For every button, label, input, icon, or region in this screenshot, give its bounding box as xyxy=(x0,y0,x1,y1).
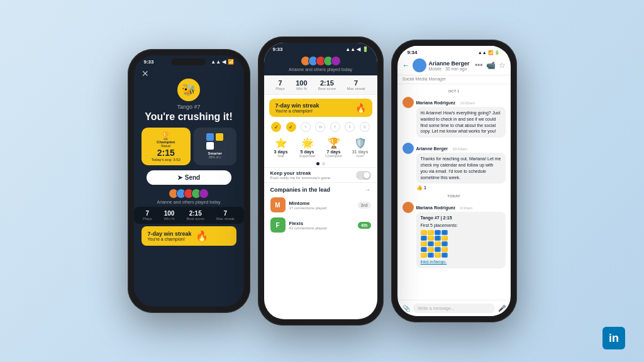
header-info: Arianne Berger Mobile · 30 min ago xyxy=(429,60,472,71)
p2-streak-title: 7-day win streak xyxy=(275,102,319,109)
block-2: 🟨 xyxy=(428,230,434,235)
tango-game-label: Tango #7 | 2:15 xyxy=(421,215,501,221)
p2-days-row: T W T F S xyxy=(264,121,377,134)
p2-stats-row: 7 Plays 100 Win % 2:15 Best score 7 Max … xyxy=(264,75,377,95)
arianne-name: Arianne Berger xyxy=(416,146,448,151)
p2-streak-sub: You're a champion! xyxy=(275,109,319,113)
p2-streak-val: 7 xyxy=(347,79,365,87)
p1-best-val: 2:15 xyxy=(187,210,204,217)
arianne-reaction: 👍 1 xyxy=(416,185,506,190)
phone-2-time: 9:33 xyxy=(273,47,283,52)
p2-win: 100 Win % xyxy=(296,79,307,90)
block-17: 🟨 xyxy=(421,253,427,258)
flexis-connections: 43 connections played xyxy=(289,226,355,230)
block-18: 🟦 xyxy=(428,253,434,258)
phone-3-screen: 9:34 ▲▲ 📶 🔋 ← Arianne Berger Mobile · 30… xyxy=(397,46,511,316)
p1-best-label: Best score xyxy=(187,217,204,221)
achieve-champion: 🏆 7 days Champion xyxy=(323,137,345,158)
mariana-tango-bubble: Tango #7 | 2:15 First 5 placements: 🟨 🟨 … xyxy=(416,212,506,268)
avatar-5 xyxy=(199,189,209,199)
mintome-name: Mintome xyxy=(289,200,354,206)
p2-fire-icon: 🔥 xyxy=(355,103,366,113)
p2-best: 2:15 Best score xyxy=(318,79,336,90)
crushing-headline: You're crushing it! xyxy=(134,111,244,123)
tile-blue xyxy=(206,133,214,141)
video-icon[interactable]: 📹 xyxy=(486,61,496,70)
attach-icon[interactable]: 📎 xyxy=(402,305,410,312)
block-7: 🟦 xyxy=(435,236,441,241)
contact-title: Social Media Manager xyxy=(397,75,511,84)
row-3: 🟨 🟦 🟨 🟦 xyxy=(421,241,501,246)
dot-1 xyxy=(316,162,319,165)
p1-plays-label: Plays xyxy=(143,217,152,221)
star-icon-header[interactable]: ☆ xyxy=(499,61,506,70)
block-11: 🟨 xyxy=(435,241,441,246)
phone-1-island xyxy=(172,58,206,65)
toggle-switch[interactable] xyxy=(356,171,371,180)
tile-white xyxy=(206,142,214,150)
p2-streak-stat: 7 Max streak xyxy=(347,79,365,90)
send-label: Send xyxy=(185,174,200,181)
block-10: 🟦 xyxy=(428,241,434,246)
company-row-flexis[interactable]: F Flexis 43 connections played 4th xyxy=(264,215,377,235)
cards-row: 🏆 Champion Status! 2:15 Today's avg: 3:5… xyxy=(134,128,244,165)
phone-3-signal: ▲▲ 📶 🔋 xyxy=(478,50,501,55)
mic-icon[interactable]: 🎤 xyxy=(498,305,506,312)
phone-3-time: 9:34 xyxy=(408,50,418,55)
champion-label: Champion xyxy=(323,154,345,158)
tile-dark xyxy=(216,142,223,150)
superstar-days: 5 days xyxy=(296,150,319,154)
block-4: 🟦 xyxy=(441,230,448,235)
mariana-time-2: 9:34am xyxy=(460,206,473,210)
phone-2: 9:33 ▲▲ ◀ 🔋 Arianne and others played to… xyxy=(258,36,384,326)
p1-played-text: Arianne and others played today xyxy=(134,200,244,204)
achieve-star: ⭐ 3 days Star xyxy=(270,137,292,158)
contact-avatar xyxy=(413,58,426,72)
arianne-avatar xyxy=(402,143,414,154)
lnkd-link[interactable]: lnkd.in/tango. xyxy=(421,260,447,264)
p1-stat-best: 2:15 Best score xyxy=(187,210,204,221)
flexis-info: Flexis 43 connections played xyxy=(289,221,355,230)
p2-win-label: Win % xyxy=(296,87,307,90)
tango-label: Tango #7 xyxy=(134,104,244,110)
p2-achievements: ⭐ 3 days Star 🌟 5 days Superstar 🏆 7 day… xyxy=(264,134,377,160)
block-16: 🟨 xyxy=(441,247,448,252)
back-arrow[interactable]: ← xyxy=(402,61,410,70)
msg-header: ← Arianne Berger Mobile · 30 min ago •••… xyxy=(397,57,511,75)
message-input[interactable]: Write a message... xyxy=(413,304,495,313)
p1-streak-banner: 7-day win streak You're a champion! 🔥 xyxy=(142,226,236,246)
p2-dots xyxy=(264,162,377,165)
phone-2-screen: 9:33 ▲▲ ◀ 🔋 Arianne and others played to… xyxy=(264,43,377,319)
p1-stat-streak: 7 Max streak xyxy=(216,210,235,221)
icon-shield: 🛡️ xyxy=(349,137,372,149)
msg-mariana-1: Mariana Rodriguez 10:02am Hi Arianne! Ho… xyxy=(402,96,506,138)
li-text: in xyxy=(609,332,619,345)
companies-arrow[interactable]: → xyxy=(365,186,371,193)
star-label: Star xyxy=(270,154,292,158)
block-9: 🟨 xyxy=(421,241,427,246)
block-20: 🟦 xyxy=(441,253,448,258)
input-placeholder: Write a message... xyxy=(418,306,455,310)
row-5: 🟨 🟦 🟨 🟦 xyxy=(421,253,501,258)
p2-plays: 7 Plays xyxy=(275,79,285,90)
more-icon[interactable]: ••• xyxy=(475,61,483,70)
mariana-bubble-1: Hi Arianne! How's everything going? Just… xyxy=(416,107,506,138)
block-14: 🟨 xyxy=(428,247,434,252)
arianne-sender-row: Arianne Berger 10:53am xyxy=(416,141,506,153)
p2-day-s1 xyxy=(271,122,281,132)
emoji-blocks: 🟨 🟨 🟦 🟦 🟦 🟨 🟦 🟨 xyxy=(421,230,501,258)
time-avg: Today's avg: 3:52 xyxy=(145,158,187,162)
trophy-icon: 🏆 xyxy=(145,131,187,140)
smarter-pct: 89% of c xyxy=(206,155,224,159)
phones-container: 9:33 ▲▲ ◀ 📶 ✕ 🐝 Tango #7 You're crushing… xyxy=(128,36,517,326)
push-notify-text: Push notify me for tomorrow's game xyxy=(270,176,331,180)
messages-area: OCT 1 Mariana Rodriguez 10:02am Hi Arian… xyxy=(397,84,511,285)
close-icon[interactable]: ✕ xyxy=(134,66,244,79)
p2-day-f: F xyxy=(345,122,355,132)
p1-win-label: Win % xyxy=(164,217,174,221)
mariana-sender-row-2: Mariana Rodriguez 9:34am xyxy=(416,200,506,212)
send-button[interactable]: ➤ Send xyxy=(147,170,231,185)
company-row-mintome[interactable]: M Mintome 17 connections played 3rd xyxy=(264,195,377,215)
p2-best-label: Best score xyxy=(318,87,336,90)
block-19: 🟨 xyxy=(435,253,441,258)
